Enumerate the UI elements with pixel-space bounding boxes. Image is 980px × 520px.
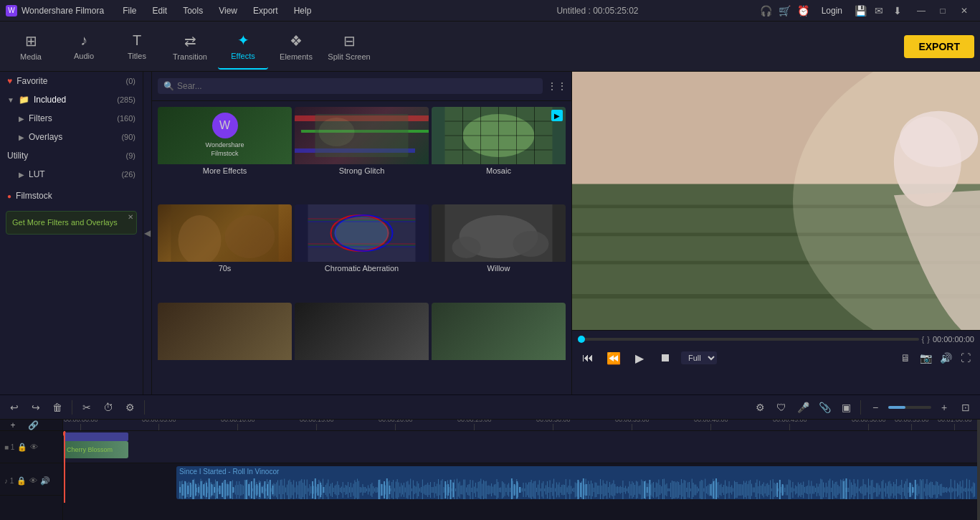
- effect-mosaic[interactable]: ▶ Mosaic: [432, 107, 566, 202]
- audio-settings-button[interactable]: ⚙: [121, 399, 138, 416]
- svg-rect-326: [559, 483, 560, 498]
- menu-export[interactable]: Export: [246, 4, 285, 17]
- effect-row3-2[interactable]: [295, 303, 429, 389]
- mic-button[interactable]: 🎤: [794, 399, 812, 416]
- filmstock-brand: WondershareFilmstock: [206, 141, 244, 158]
- scrubber-thumb[interactable]: [578, 336, 585, 343]
- cut-button[interactable]: ✂: [78, 399, 95, 416]
- panel-favorite[interactable]: ♥ Favorite (0): [0, 72, 143, 90]
- download-icon[interactable]: ⬇: [890, 3, 905, 19]
- delete-button[interactable]: 🗑: [49, 399, 66, 416]
- undo-button[interactable]: ↩: [6, 399, 23, 416]
- effect-70s[interactable]: 70s: [158, 204, 292, 299]
- audio-clip-1[interactable]: Since I Started - Roll In Vinocor: [176, 466, 979, 499]
- panel-collapse-button[interactable]: ◀: [143, 72, 152, 394]
- svg-rect-448: [720, 484, 721, 496]
- svg-rect-435: [703, 488, 704, 492]
- toolbar-effects[interactable]: ✦ Effects: [218, 24, 268, 70]
- effects-settings-button[interactable]: ⚙: [751, 399, 769, 416]
- toolbar: ⊞ Media ♪ Audio T Titles ⇄ Transition ✦ …: [0, 22, 980, 72]
- search-input[interactable]: [177, 81, 263, 91]
- toolbar-titles[interactable]: T Titles: [112, 24, 162, 70]
- frame-back-button[interactable]: ⏪: [604, 348, 624, 368]
- timeline-scroll-right[interactable]: [977, 420, 980, 520]
- svg-rect-484: [769, 485, 769, 495]
- fit-button[interactable]: ⊡: [957, 399, 974, 416]
- shield-button[interactable]: 🛡: [773, 399, 790, 416]
- step-back-button[interactable]: ⏮: [578, 348, 598, 368]
- mail-icon[interactable]: ✉: [871, 3, 887, 19]
- effect-more-effects[interactable]: W WondershareFilmstock More Effects: [158, 107, 292, 202]
- eye-icon-1[interactable]: 👁: [30, 443, 38, 451]
- effect-strong-glitch[interactable]: Strong Glitch: [295, 107, 429, 202]
- minimize-button[interactable]: —: [911, 4, 931, 18]
- close-button[interactable]: ✕: [954, 4, 974, 18]
- stop-button[interactable]: ⏹: [655, 348, 675, 368]
- play-button[interactable]: ▶: [629, 348, 650, 368]
- effect-chromatic-aberration[interactable]: Chromatic Aberration: [295, 204, 429, 299]
- quality-select[interactable]: Full 1/2 1/4: [681, 351, 717, 364]
- panel-lut[interactable]: ▶ LUT (26): [0, 165, 143, 184]
- menu-help[interactable]: Help: [287, 4, 319, 17]
- zoom-out-button[interactable]: −: [867, 399, 884, 416]
- effect-row3-1[interactable]: [158, 303, 292, 389]
- toolbar-audio[interactable]: ♪ Audio: [59, 24, 109, 70]
- grid-view-button[interactable]: ⋮⋮: [548, 77, 566, 95]
- filmstock-ad[interactable]: ✕ Get More Filters and Overlays: [6, 211, 137, 235]
- panel-filters[interactable]: ▶ Filters (160): [0, 109, 143, 128]
- svg-rect-406: [665, 485, 666, 496]
- menu-edit[interactable]: Edit: [146, 4, 175, 17]
- video-clip-1[interactable]: Cherry Blossom: [64, 441, 128, 458]
- timer-button[interactable]: ⏱: [100, 399, 117, 416]
- detach-button[interactable]: 📎: [816, 399, 833, 416]
- zoom-slider[interactable]: [888, 406, 931, 409]
- scrubber-track[interactable]: [578, 338, 919, 341]
- toolbar-transition[interactable]: ⇄ Transition: [165, 24, 215, 70]
- volume-icon[interactable]: 🔊: [937, 349, 954, 367]
- export-button[interactable]: EXPORT: [904, 35, 974, 58]
- svg-rect-320: [551, 488, 551, 492]
- svg-rect-277: [494, 485, 495, 496]
- zoom-in-button[interactable]: +: [936, 399, 953, 416]
- playhead[interactable]: [64, 431, 65, 503]
- panel-overlays[interactable]: ▶ Overlays (90): [0, 128, 143, 146]
- preview-scrubber[interactable]: { } 00:00:00:00: [578, 334, 974, 345]
- svg-rect-311: [539, 481, 540, 500]
- menu-view[interactable]: View: [211, 4, 244, 17]
- panel-filmstock[interactable]: ● Filmstock: [0, 186, 143, 205]
- login-button[interactable]: Login: [814, 4, 850, 17]
- monitor-icon[interactable]: 🖥: [897, 349, 914, 367]
- effect-clip[interactable]: [64, 432, 128, 441]
- svg-rect-259: [470, 480, 471, 499]
- svg-rect-524: [822, 480, 822, 500]
- svg-rect-216: [413, 481, 414, 500]
- svg-rect-393: [648, 483, 649, 496]
- toolbar-split-screen[interactable]: ⊟ Split Screen: [324, 24, 374, 70]
- cart-icon[interactable]: 🛒: [777, 3, 793, 19]
- eye-icon-2[interactable]: 👁: [29, 476, 37, 485]
- headset-icon[interactable]: 🎧: [758, 3, 774, 19]
- captions-button[interactable]: ▣: [837, 399, 855, 416]
- panel-utility[interactable]: Utility (9): [0, 146, 143, 165]
- redo-button[interactable]: ↪: [27, 399, 44, 416]
- svg-rect-145: [318, 480, 319, 499]
- svg-rect-434: [703, 481, 703, 500]
- volume-icon-2[interactable]: 🔊: [40, 476, 50, 486]
- menu-file[interactable]: File: [115, 4, 143, 17]
- panel-included[interactable]: ▼ 📁 Included (285): [0, 90, 143, 109]
- effect-thumb-70s: [158, 204, 292, 262]
- fullscreen-icon[interactable]: ⛶: [957, 349, 974, 367]
- toolbar-elements[interactable]: ❖ Elements: [271, 24, 321, 70]
- toolbar-media[interactable]: ⊞ Media: [6, 24, 56, 70]
- lock-icon-1[interactable]: 🔒: [17, 443, 27, 452]
- ad-close-button[interactable]: ✕: [128, 213, 133, 221]
- save-icon[interactable]: 💾: [852, 3, 868, 19]
- effect-willow[interactable]: Willow: [432, 204, 566, 299]
- svg-rect-633: [966, 479, 967, 500]
- snapshot-icon[interactable]: 📷: [917, 349, 934, 367]
- clock-icon[interactable]: ⏰: [796, 3, 812, 19]
- lock-icon-2[interactable]: 🔒: [16, 476, 27, 486]
- effect-row3-3[interactable]: [432, 303, 566, 389]
- maximize-button[interactable]: □: [933, 4, 953, 18]
- menu-tools[interactable]: Tools: [176, 4, 210, 17]
